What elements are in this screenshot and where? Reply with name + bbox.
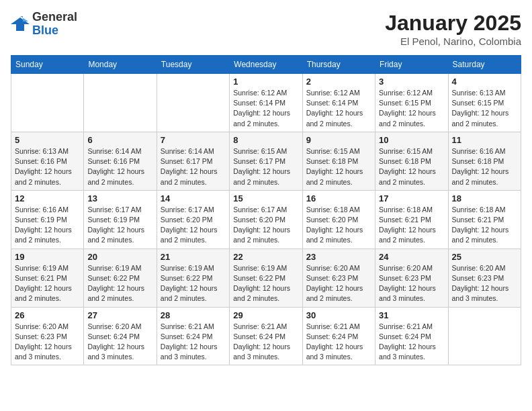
calendar-cell <box>11 74 84 132</box>
calendar-day-header: Sunday <box>11 56 84 74</box>
day-number: 5 <box>15 135 80 145</box>
title-block: January 2025 El Penol, Narino, Colombia <box>385 11 521 47</box>
month-title: January 2025 <box>385 11 521 36</box>
day-info: Sunrise: 6:19 AMSunset: 6:22 PMDaylight:… <box>161 263 226 304</box>
calendar-table: SundayMondayTuesdayWednesdayThursdayFrid… <box>11 55 521 365</box>
calendar-cell: 1Sunrise: 6:12 AMSunset: 6:14 PMDaylight… <box>230 74 302 132</box>
calendar-cell: 8Sunrise: 6:15 AMSunset: 6:17 PMDaylight… <box>230 132 302 190</box>
logo-text: General Blue <box>32 11 77 38</box>
day-number: 8 <box>233 135 298 145</box>
day-info: Sunrise: 6:15 AMSunset: 6:17 PMDaylight:… <box>233 146 298 187</box>
calendar-day-header: Saturday <box>448 56 521 74</box>
calendar-cell: 15Sunrise: 6:17 AMSunset: 6:20 PMDayligh… <box>230 190 302 248</box>
calendar-cell: 21Sunrise: 6:19 AMSunset: 6:22 PMDayligh… <box>157 248 229 307</box>
day-number: 23 <box>306 252 371 262</box>
svg-marker-0 <box>11 17 30 31</box>
day-number: 22 <box>233 252 298 262</box>
calendar-cell: 14Sunrise: 6:17 AMSunset: 6:20 PMDayligh… <box>157 190 229 248</box>
calendar-day-header: Friday <box>375 56 448 74</box>
calendar-cell: 10Sunrise: 6:15 AMSunset: 6:18 PMDayligh… <box>375 132 448 190</box>
logo-blue: Blue <box>32 24 77 38</box>
day-number: 6 <box>87 135 152 145</box>
calendar-cell: 16Sunrise: 6:18 AMSunset: 6:20 PMDayligh… <box>302 190 375 248</box>
day-info: Sunrise: 6:19 AMSunset: 6:22 PMDaylight:… <box>233 263 298 304</box>
day-number: 7 <box>161 135 226 145</box>
day-number: 1 <box>233 77 298 87</box>
day-number: 3 <box>379 77 444 87</box>
day-info: Sunrise: 6:16 AMSunset: 6:19 PMDaylight:… <box>15 205 80 246</box>
day-info: Sunrise: 6:18 AMSunset: 6:21 PMDaylight:… <box>452 205 517 246</box>
day-number: 25 <box>452 252 517 262</box>
day-info: Sunrise: 6:15 AMSunset: 6:18 PMDaylight:… <box>379 146 444 187</box>
calendar-cell: 12Sunrise: 6:16 AMSunset: 6:19 PMDayligh… <box>11 190 84 248</box>
calendar-header-row: SundayMondayTuesdayWednesdayThursdayFrid… <box>11 56 521 74</box>
day-number: 10 <box>379 135 444 145</box>
day-number: 14 <box>161 193 226 203</box>
calendar-day-header: Tuesday <box>157 56 229 74</box>
day-info: Sunrise: 6:12 AMSunset: 6:15 PMDaylight:… <box>379 88 444 129</box>
day-info: Sunrise: 6:12 AMSunset: 6:14 PMDaylight:… <box>233 88 298 129</box>
logo-general: General <box>32 11 77 24</box>
page-header: General Blue January 2025 El Penol, Nari… <box>11 11 521 47</box>
calendar-cell: 17Sunrise: 6:18 AMSunset: 6:21 PMDayligh… <box>375 190 448 248</box>
calendar-cell: 23Sunrise: 6:20 AMSunset: 6:23 PMDayligh… <box>302 248 375 307</box>
location: El Penol, Narino, Colombia <box>385 36 521 47</box>
day-info: Sunrise: 6:21 AMSunset: 6:24 PMDaylight:… <box>233 322 298 363</box>
day-number: 21 <box>161 252 226 262</box>
day-info: Sunrise: 6:21 AMSunset: 6:24 PMDaylight:… <box>379 322 444 363</box>
calendar-week-row: 12Sunrise: 6:16 AMSunset: 6:19 PMDayligh… <box>11 190 521 248</box>
day-info: Sunrise: 6:20 AMSunset: 6:23 PMDaylight:… <box>452 263 517 304</box>
day-info: Sunrise: 6:20 AMSunset: 6:23 PMDaylight:… <box>15 322 80 363</box>
calendar-week-row: 1Sunrise: 6:12 AMSunset: 6:14 PMDaylight… <box>11 74 521 132</box>
calendar-week-row: 19Sunrise: 6:19 AMSunset: 6:21 PMDayligh… <box>11 248 521 307</box>
day-number: 16 <box>306 193 371 203</box>
day-info: Sunrise: 6:21 AMSunset: 6:24 PMDaylight:… <box>306 322 371 363</box>
calendar-cell: 13Sunrise: 6:17 AMSunset: 6:19 PMDayligh… <box>84 190 157 248</box>
calendar-cell: 27Sunrise: 6:20 AMSunset: 6:24 PMDayligh… <box>84 307 157 365</box>
calendar-cell: 6Sunrise: 6:14 AMSunset: 6:16 PMDaylight… <box>84 132 157 190</box>
day-number: 15 <box>233 193 298 203</box>
calendar-day-header: Thursday <box>302 56 375 74</box>
calendar-week-row: 26Sunrise: 6:20 AMSunset: 6:23 PMDayligh… <box>11 307 521 365</box>
day-info: Sunrise: 6:17 AMSunset: 6:19 PMDaylight:… <box>87 205 152 246</box>
day-info: Sunrise: 6:18 AMSunset: 6:20 PMDaylight:… <box>306 205 371 246</box>
calendar-cell: 4Sunrise: 6:13 AMSunset: 6:15 PMDaylight… <box>448 74 521 132</box>
day-info: Sunrise: 6:15 AMSunset: 6:18 PMDaylight:… <box>306 146 371 187</box>
day-number: 12 <box>15 193 80 203</box>
day-number: 9 <box>306 135 371 145</box>
day-number: 2 <box>306 77 371 87</box>
calendar-cell: 24Sunrise: 6:20 AMSunset: 6:23 PMDayligh… <box>375 248 448 307</box>
calendar-cell: 11Sunrise: 6:16 AMSunset: 6:18 PMDayligh… <box>448 132 521 190</box>
day-info: Sunrise: 6:18 AMSunset: 6:21 PMDaylight:… <box>379 205 444 246</box>
day-info: Sunrise: 6:17 AMSunset: 6:20 PMDaylight:… <box>233 205 298 246</box>
day-number: 13 <box>87 193 152 203</box>
day-number: 29 <box>233 310 298 320</box>
day-info: Sunrise: 6:16 AMSunset: 6:18 PMDaylight:… <box>452 146 517 187</box>
calendar-cell: 30Sunrise: 6:21 AMSunset: 6:24 PMDayligh… <box>302 307 375 365</box>
calendar-cell: 22Sunrise: 6:19 AMSunset: 6:22 PMDayligh… <box>230 248 302 307</box>
calendar-cell <box>157 74 229 132</box>
calendar-cell <box>448 307 521 365</box>
calendar-cell: 29Sunrise: 6:21 AMSunset: 6:24 PMDayligh… <box>230 307 302 365</box>
day-number: 17 <box>379 193 444 203</box>
calendar-cell: 3Sunrise: 6:12 AMSunset: 6:15 PMDaylight… <box>375 74 448 132</box>
day-info: Sunrise: 6:14 AMSunset: 6:17 PMDaylight:… <box>161 146 226 187</box>
calendar-cell <box>84 74 157 132</box>
calendar-day-header: Monday <box>84 56 157 74</box>
calendar-cell: 26Sunrise: 6:20 AMSunset: 6:23 PMDayligh… <box>11 307 84 365</box>
calendar-cell: 18Sunrise: 6:18 AMSunset: 6:21 PMDayligh… <box>448 190 521 248</box>
day-number: 30 <box>306 310 371 320</box>
logo: General Blue <box>11 11 77 38</box>
calendar-cell: 9Sunrise: 6:15 AMSunset: 6:18 PMDaylight… <box>302 132 375 190</box>
day-number: 31 <box>379 310 444 320</box>
calendar-cell: 7Sunrise: 6:14 AMSunset: 6:17 PMDaylight… <box>157 132 229 190</box>
day-number: 27 <box>87 310 152 320</box>
day-info: Sunrise: 6:19 AMSunset: 6:22 PMDaylight:… <box>87 263 152 304</box>
calendar-cell: 28Sunrise: 6:21 AMSunset: 6:24 PMDayligh… <box>157 307 229 365</box>
calendar-cell: 20Sunrise: 6:19 AMSunset: 6:22 PMDayligh… <box>84 248 157 307</box>
calendar-cell: 5Sunrise: 6:13 AMSunset: 6:16 PMDaylight… <box>11 132 84 190</box>
calendar-week-row: 5Sunrise: 6:13 AMSunset: 6:16 PMDaylight… <box>11 132 521 190</box>
day-info: Sunrise: 6:17 AMSunset: 6:20 PMDaylight:… <box>161 205 226 246</box>
day-number: 28 <box>161 310 226 320</box>
day-number: 20 <box>87 252 152 262</box>
